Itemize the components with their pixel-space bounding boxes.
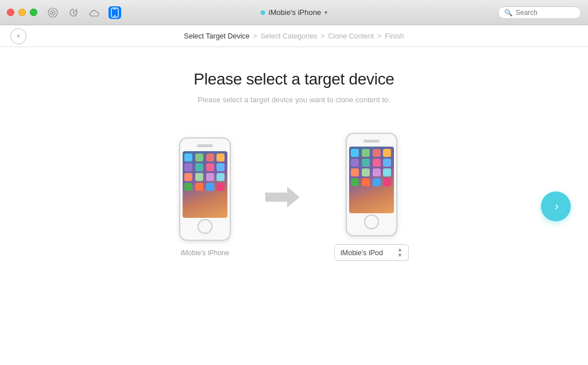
app-icon (383, 168, 391, 176)
toolbar-icons (47, 6, 121, 19)
transfer-arrow (265, 185, 300, 210)
app-icon (362, 149, 370, 157)
app-icon (184, 153, 192, 162)
app-icon (184, 173, 192, 181)
app-icon (195, 153, 203, 162)
target-device-select[interactable]: iMobie's iPod ▲ ▼ (334, 244, 409, 261)
app-icon (216, 153, 225, 162)
chevron-right-icon: › (555, 199, 559, 213)
arrow-icon (265, 185, 300, 210)
close-icon: × (16, 32, 20, 40)
select-arrows-icon: ▲ ▼ (397, 247, 403, 258)
app-icon (383, 149, 391, 157)
close-button[interactable] (7, 9, 14, 16)
next-button[interactable]: › (541, 191, 571, 221)
app-icon (184, 163, 192, 171)
breadcrumb-step-1: Select Target Device (184, 32, 249, 40)
source-device-container: iMobie's iPhone (179, 137, 231, 257)
target-device-selected-label: iMobie's iPod (341, 249, 383, 257)
app-icon (351, 178, 359, 186)
app-icon (373, 159, 381, 167)
svg-point-6 (114, 15, 115, 16)
app-icon (206, 153, 214, 162)
device-status-dot (261, 10, 265, 15)
breadcrumb-step-2: Select Categories (261, 32, 318, 40)
title-bar: iMobie's iPhone ▾ 🔍 (0, 0, 588, 25)
breadcrumb-sep-2: > (320, 32, 324, 40)
app-icon (206, 173, 214, 181)
app-icon (362, 159, 370, 167)
breadcrumb-sep-3: > (377, 32, 381, 40)
source-device-screen (183, 151, 227, 218)
page-title: Please select a target device (194, 70, 394, 89)
svg-line-4 (74, 13, 75, 14)
phone-icon[interactable] (109, 6, 121, 19)
app-icon (362, 168, 370, 176)
device-name: iMobie's iPhone (269, 8, 321, 17)
search-box[interactable]: 🔍 (498, 6, 581, 19)
device-area: iMobie's iPhone (179, 133, 409, 261)
minimize-button[interactable] (18, 9, 26, 16)
app-icon (206, 163, 214, 171)
app-icon (383, 178, 391, 186)
app-icon (351, 159, 359, 167)
traffic-lights (7, 9, 37, 16)
search-input[interactable] (516, 9, 575, 17)
close-button[interactable]: × (10, 28, 26, 44)
page-subtitle: Please select a target device you want t… (198, 95, 390, 104)
app-icon (351, 168, 359, 176)
search-icon: 🔍 (504, 9, 513, 17)
app-icon (195, 163, 203, 171)
title-center: iMobie's iPhone ▾ (261, 8, 327, 17)
app-icon (362, 178, 370, 186)
app-icon (195, 173, 203, 181)
app-icon (373, 149, 381, 157)
breadcrumb-step-4: Finish (385, 32, 404, 40)
app-icon (216, 173, 225, 181)
app-icon (216, 183, 225, 191)
source-device-label: iMobie's iPhone (181, 249, 229, 257)
app-icon (206, 183, 214, 191)
app-icon (184, 183, 192, 191)
app-icon (195, 183, 203, 191)
breadcrumb-step-3: Clone Content (328, 32, 374, 40)
app-icon (373, 178, 381, 186)
history-icon[interactable] (67, 6, 80, 19)
music-icon[interactable] (47, 6, 59, 19)
svg-point-2 (52, 11, 54, 13)
app-icon (373, 168, 381, 176)
app-icon (216, 163, 225, 171)
source-device-mockup (179, 137, 231, 241)
target-device-screen (349, 147, 394, 213)
breadcrumb-bar: × Select Target Device > Select Categori… (0, 25, 588, 47)
maximize-button[interactable] (30, 9, 37, 16)
target-device-mockup (346, 133, 397, 236)
device-dropdown-arrow[interactable]: ▾ (324, 9, 327, 16)
main-content: Please select a target device Please sel… (0, 47, 588, 365)
app-icon (351, 149, 359, 157)
target-device-container: iMobie's iPod ▲ ▼ (334, 133, 409, 261)
app-icon (383, 159, 391, 167)
svg-marker-8 (265, 187, 300, 208)
breadcrumb-sep-1: > (253, 32, 257, 40)
cloud-icon[interactable] (88, 6, 100, 19)
